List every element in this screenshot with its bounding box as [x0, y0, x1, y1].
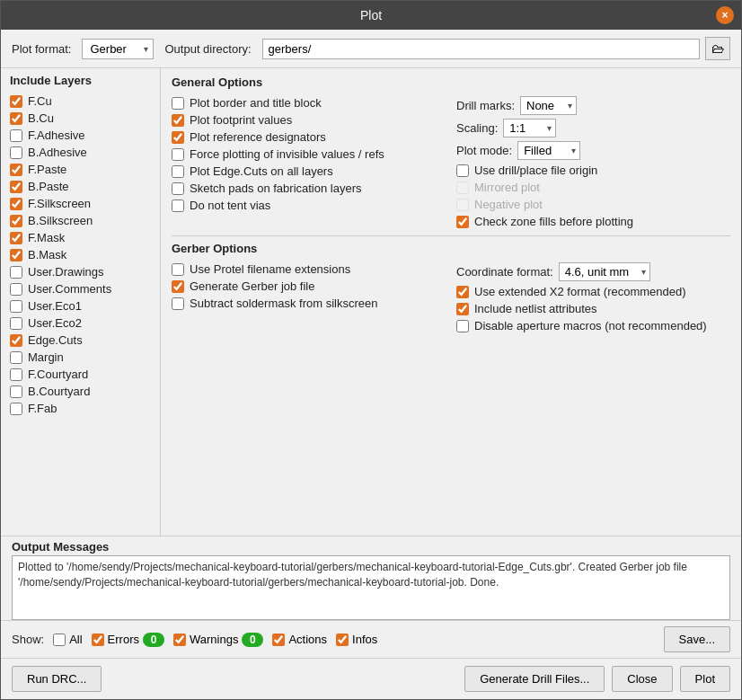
layer-checkbox[interactable]	[10, 249, 22, 261]
general-right-option-row: Mirrored plot	[456, 179, 730, 196]
option-checkbox[interactable]	[172, 199, 184, 212]
layer-checkbox[interactable]	[10, 283, 22, 296]
show-actions-checkbox[interactable]	[272, 634, 285, 646]
option-checkbox	[456, 182, 469, 194]
layer-label: User.Eco2	[28, 316, 82, 330]
layer-item[interactable]: F.Cu	[1, 93, 160, 110]
gerber-right-checkbox[interactable]	[456, 320, 469, 332]
layer-checkbox[interactable]	[10, 351, 22, 364]
layer-checkbox[interactable]	[10, 181, 22, 193]
layer-label: F.Mask	[28, 231, 65, 244]
option-checkbox[interactable]	[456, 164, 469, 177]
layer-item[interactable]: B.Silkscreen	[1, 212, 160, 229]
dropdown-wrap: FilledSketch▾	[517, 141, 580, 160]
layer-checkbox[interactable]	[10, 198, 22, 210]
layer-label: F.Fab	[28, 402, 57, 415]
layer-item[interactable]: User.Eco2	[1, 315, 160, 332]
option-label: Use drill/place file origin	[474, 164, 597, 177]
general-options-grid: Plot border and title blockPlot footprin…	[172, 94, 730, 230]
layer-checkbox[interactable]	[10, 368, 22, 381]
option-checkbox[interactable]	[172, 131, 184, 144]
layer-checkbox[interactable]	[10, 215, 22, 227]
output-messages-section: Output Messages Plotted to '/home/sendy/…	[1, 536, 741, 620]
gerber-right-checkbox[interactable]	[456, 286, 469, 298]
drill_marks_label-select[interactable]: NoneSmallFull	[520, 96, 577, 115]
general-right-option-row: Use drill/place file origin	[456, 162, 730, 179]
option-checkbox[interactable]	[172, 165, 184, 178]
layer-item[interactable]: F.Silkscreen	[1, 195, 160, 212]
layer-item[interactable]: F.Paste	[1, 161, 160, 178]
layer-item[interactable]: B.Courtyard	[1, 383, 160, 400]
layer-checkbox[interactable]	[10, 403, 22, 415]
show-infos-checkbox[interactable]	[336, 634, 349, 646]
run-drc-button[interactable]: Run DRC...	[12, 666, 102, 692]
general-option-row: Plot reference designators	[172, 128, 446, 146]
layer-item[interactable]: B.Adhesive	[1, 144, 160, 161]
gerber-right-option-row: Use extended X2 format (recommended)	[456, 283, 730, 300]
layer-checkbox[interactable]	[10, 232, 22, 244]
show-all-label: All	[69, 633, 82, 646]
layer-checkbox[interactable]	[10, 164, 22, 176]
layer-checkbox[interactable]	[10, 334, 22, 347]
gerber-right-option-row: Disable aperture macros (not recommended…	[456, 317, 730, 334]
gerber-option-checkbox[interactable]	[172, 280, 184, 293]
layer-checkbox[interactable]	[10, 112, 22, 125]
layer-checkbox[interactable]	[10, 300, 22, 313]
layer-checkbox[interactable]	[10, 266, 22, 279]
layer-label: F.Paste	[28, 163, 66, 176]
save-button[interactable]: Save...	[664, 626, 730, 652]
plot_mode_label-select[interactable]: FilledSketch	[517, 141, 580, 160]
layer-item[interactable]: F.Adhesive	[1, 127, 160, 144]
layer-item[interactable]: B.Cu	[1, 110, 160, 127]
layer-item[interactable]: F.Fab	[1, 400, 160, 417]
gerber-option-checkbox[interactable]	[172, 263, 184, 276]
option-label: Negative plot	[474, 198, 543, 211]
layer-item[interactable]: User.Comments	[1, 280, 160, 297]
close-button[interactable]: ×	[716, 6, 734, 24]
layer-checkbox[interactable]	[10, 385, 22, 398]
show-warnings-label: Warnings	[190, 633, 238, 646]
show-all-checkbox[interactable]	[53, 634, 66, 646]
generate-drill-button[interactable]: Generate Drill Files...	[464, 666, 605, 692]
layer-item[interactable]: F.Courtyard	[1, 366, 160, 383]
general-options-right: Drill marks:NoneSmallFull▾Scaling:1:12:1…	[456, 94, 730, 230]
layer-label: F.Silkscreen	[28, 197, 91, 210]
layer-item[interactable]: User.Eco1	[1, 297, 160, 315]
general-option-row: Do not tent vias	[172, 197, 446, 214]
layer-checkbox[interactable]	[10, 129, 22, 142]
option-checkbox	[456, 199, 469, 211]
option-checkbox[interactable]	[172, 114, 184, 127]
plot-format-select[interactable]: Gerber SVG PDF	[82, 39, 154, 59]
show-errors-item: Errors 0	[92, 633, 164, 647]
option-checkbox[interactable]	[172, 148, 184, 161]
option-checkbox[interactable]	[172, 97, 184, 110]
output-messages-box[interactable]: Plotted to '/home/sendy/Projects/mechani…	[12, 555, 730, 620]
layer-item[interactable]: Margin	[1, 349, 160, 366]
general-right-option-row: Scaling:1:12:10.5:1▾	[456, 117, 730, 139]
option-label: Do not tent vias	[190, 199, 270, 212]
scaling_label-select[interactable]: 1:12:10.5:1	[503, 119, 556, 137]
plot-format-label: Plot format:	[12, 42, 71, 56]
layer-item[interactable]: User.Drawings	[1, 263, 160, 280]
layer-checkbox[interactable]	[10, 146, 22, 159]
layer-item[interactable]: B.Mask	[1, 246, 160, 263]
option-checkbox[interactable]	[456, 216, 469, 228]
option-checkbox[interactable]	[172, 182, 184, 195]
plot-button[interactable]: Plot	[680, 666, 730, 692]
layer-item[interactable]: Edge.Cuts	[1, 332, 160, 349]
layer-item[interactable]: F.Mask	[1, 229, 160, 246]
layer-checkbox[interactable]	[10, 317, 22, 330]
output-dir-input[interactable]	[262, 39, 700, 59]
show-warnings-checkbox[interactable]	[173, 634, 186, 646]
coordinate_format_label-select[interactable]: 4.6, unit mm4.5, unit mm	[559, 262, 650, 281]
browse-folder-button[interactable]: 🗁	[705, 37, 730, 60]
folder-icon: 🗁	[711, 41, 724, 56]
layer-item[interactable]: B.Paste	[1, 178, 160, 195]
layers-panel: Include Layers F.CuB.CuF.AdhesiveB.Adhes…	[1, 68, 161, 536]
gerber-option-checkbox[interactable]	[172, 297, 184, 310]
show-errors-checkbox[interactable]	[92, 634, 104, 646]
gerber-right-checkbox[interactable]	[456, 303, 469, 315]
close-button-bottom[interactable]: Close	[612, 666, 672, 692]
option-label: Mirrored plot	[474, 181, 540, 194]
layer-checkbox[interactable]	[10, 95, 22, 108]
